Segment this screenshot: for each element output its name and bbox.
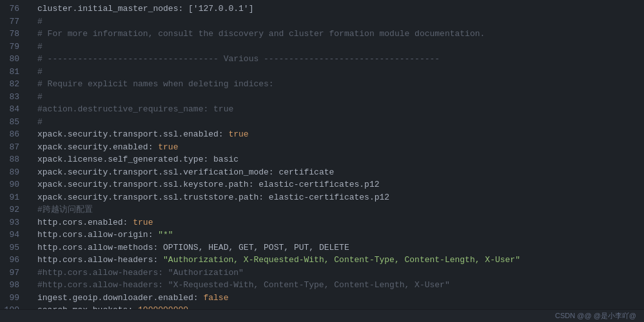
line-content: #http.cors.allow-headers: "X-Requested-W… xyxy=(36,279,644,292)
code-line: 91 xpack.security.transport.ssl.truststo… xyxy=(0,191,644,204)
code-line: 87 xpack.security.enabled: true xyxy=(0,141,644,154)
line-number: 88 xyxy=(0,153,27,166)
code-line: 85 # xyxy=(0,116,644,129)
line-content: xpack.license.self_generated.type: basic xyxy=(36,153,644,166)
line-content: # xyxy=(36,66,644,79)
line-number: 93 xyxy=(0,216,27,229)
code-line: 98 #http.cors.allow-headers: "X-Requeste… xyxy=(0,279,644,292)
code-line: 93 http.cors.enabled: true xyxy=(0,216,644,229)
code-line: 95 http.cors.allow-methods: OPTIONS, HEA… xyxy=(0,242,644,254)
code-line: 94 http.cors.allow-origin: "*" xyxy=(0,229,644,242)
line-content: # ---------------------------------- Var… xyxy=(36,53,644,66)
line-number: 94 xyxy=(0,229,27,242)
code-line: 100 search.max_buckets: 1000000000 xyxy=(0,304,644,309)
code-editor: 76 cluster.initial_master_nodes: ['127.0… xyxy=(0,0,644,309)
line-content: # xyxy=(36,116,644,129)
code-line: 76 cluster.initial_master_nodes: ['127.0… xyxy=(0,3,644,15)
line-number: 96 xyxy=(0,254,27,267)
line-number: 80 xyxy=(0,53,27,66)
line-content: ingest.geoip.downloader.enabled: false xyxy=(36,292,644,305)
line-number: 84 xyxy=(0,103,27,116)
line-number: 89 xyxy=(0,166,27,179)
code-line: 90 xpack.security.transport.ssl.keystore… xyxy=(0,178,644,191)
code-line: 79 # xyxy=(0,41,644,53)
code-line: 89 xpack.security.transport.ssl.verifica… xyxy=(0,166,644,179)
line-content: xpack.security.enabled: true xyxy=(36,141,644,154)
line-number: 98 xyxy=(0,279,27,292)
line-number: 90 xyxy=(0,178,27,191)
line-number: 81 xyxy=(0,66,27,79)
line-content: http.cors.allow-methods: OPTIONS, HEAD, … xyxy=(36,242,644,254)
code-line: 80 # ---------------------------------- … xyxy=(0,53,644,66)
line-number: 97 xyxy=(0,267,27,279)
line-content: #跨越访问配置 xyxy=(36,204,644,216)
line-content: # Require explicit names when deleting i… xyxy=(36,78,644,91)
line-content: # xyxy=(36,91,644,104)
bottom-bar: CSDN @@ @是小李吖@ xyxy=(0,309,644,322)
line-content: # xyxy=(36,15,644,28)
line-number: 87 xyxy=(0,141,27,154)
line-content: # xyxy=(36,41,644,53)
code-line: 84 #action.destructive_requires_name: tr… xyxy=(0,103,644,116)
code-line: 88 xpack.license.self_generated.type: ba… xyxy=(0,153,644,166)
line-content: http.cors.allow-origin: "*" xyxy=(36,229,644,242)
footer-text: CSDN @@ @是小李吖@ xyxy=(555,311,636,321)
code-line: 82 # Require explicit names when deletin… xyxy=(0,78,644,91)
code-line: 78 # For more information, consult the d… xyxy=(0,28,644,41)
line-number: 100 xyxy=(0,304,27,309)
line-number: 77 xyxy=(0,15,27,28)
line-number: 82 xyxy=(0,78,27,91)
code-line: 81 # xyxy=(0,66,644,79)
line-content: http.cors.enabled: true xyxy=(36,216,644,229)
line-content: search.max_buckets: 1000000000 xyxy=(36,304,644,309)
code-line: 92 #跨越访问配置 xyxy=(0,204,644,216)
line-content: xpack.security.transport.ssl.keystore.pa… xyxy=(36,178,644,191)
code-line: 83 # xyxy=(0,91,644,104)
line-content: xpack.security.transport.ssl.enabled: tr… xyxy=(36,128,644,141)
line-content: xpack.security.transport.ssl.verificatio… xyxy=(36,166,644,179)
code-line: 96 http.cors.allow-headers: "Authorizati… xyxy=(0,254,644,267)
line-number: 85 xyxy=(0,116,27,129)
line-content: # For more information, consult the disc… xyxy=(36,28,644,41)
code-line: 99 ingest.geoip.downloader.enabled: fals… xyxy=(0,292,644,305)
line-content: http.cors.allow-headers: "Authorization,… xyxy=(36,254,644,267)
line-number: 79 xyxy=(0,41,27,53)
line-number: 83 xyxy=(0,91,27,104)
line-number: 76 xyxy=(0,3,27,15)
line-content: #http.cors.allow-headers: "Authorization… xyxy=(36,267,644,279)
line-number: 95 xyxy=(0,242,27,254)
code-line: 97 #http.cors.allow-headers: "Authorizat… xyxy=(0,267,644,279)
line-number: 91 xyxy=(0,191,27,204)
code-line: 77 # xyxy=(0,15,644,28)
line-content: xpack.security.transport.ssl.truststore.… xyxy=(36,191,644,204)
code-line: 86 xpack.security.transport.ssl.enabled:… xyxy=(0,128,644,141)
line-content: #action.destructive_requires_name: true xyxy=(36,103,644,116)
line-number: 99 xyxy=(0,292,27,305)
line-number: 86 xyxy=(0,128,27,141)
line-number: 92 xyxy=(0,204,27,216)
line-number: 78 xyxy=(0,28,27,41)
line-content: cluster.initial_master_nodes: ['127.0.0.… xyxy=(36,3,644,15)
